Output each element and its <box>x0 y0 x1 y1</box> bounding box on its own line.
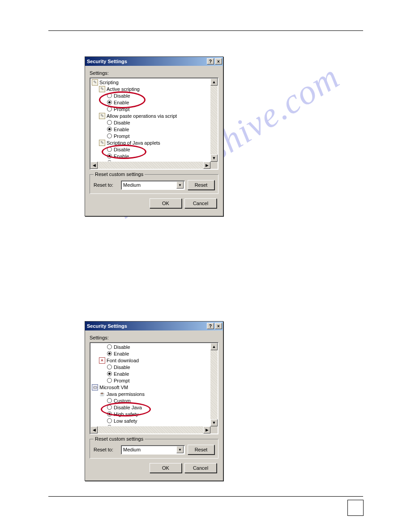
close-button[interactable]: × <box>215 323 222 329</box>
scroll-corner <box>210 426 218 433</box>
settings-tree: Disable Enable AFont download Disable En… <box>90 342 218 434</box>
radio-disable-java[interactable]: Disable Java <box>91 404 210 411</box>
group-label: Reset custom settings <box>94 436 145 442</box>
tree-node-java-permissions: ☕Java permissions <box>91 390 210 397</box>
radio-disable[interactable]: Disable <box>91 92 210 99</box>
radio-disable[interactable]: Disable <box>91 343 210 350</box>
horizontal-scrollbar[interactable]: ◀ ▶ <box>90 426 210 433</box>
scroll-down-icon[interactable]: ▼ <box>210 154 218 162</box>
radio-prompt[interactable]: Prompt <box>91 106 210 112</box>
security-settings-dialog-2: Security Settings ? × Settings: Disable … <box>85 321 223 481</box>
radio-low-safety[interactable]: Low safety <box>91 417 210 424</box>
radio-prompt[interactable]: Prompt <box>91 133 210 139</box>
cancel-button[interactable]: Cancel <box>184 198 217 208</box>
combo-value: Medium <box>123 182 176 188</box>
scroll-right-icon[interactable]: ▶ <box>203 426 210 433</box>
page-number-box <box>347 500 364 516</box>
script-icon: ✎ <box>99 86 105 92</box>
scroll-left-icon[interactable]: ◀ <box>90 162 98 169</box>
scroll-up-icon[interactable]: ▲ <box>210 78 218 86</box>
scroll-left-icon[interactable]: ◀ <box>90 426 98 433</box>
close-button[interactable]: × <box>215 58 222 64</box>
cancel-button[interactable]: Cancel <box>184 463 217 473</box>
page-bottom-rule <box>48 496 363 497</box>
reset-button[interactable]: Reset <box>188 445 214 455</box>
radio-disable[interactable]: Disable <box>91 364 210 370</box>
radio-medium-safety[interactable]: Medium safety <box>91 424 210 426</box>
script-icon: ✎ <box>92 79 98 86</box>
radio-enable[interactable]: Enable <box>91 153 210 159</box>
reset-custom-settings-group: Reset custom settings Reset to: Medium ▼… <box>90 174 218 194</box>
horizontal-scrollbar[interactable]: ◀ ▶ <box>90 162 210 169</box>
scroll-right-icon[interactable]: ▶ <box>203 162 210 169</box>
radio-prompt[interactable]: Prompt <box>91 159 210 161</box>
titlebar[interactable]: Security Settings ? × <box>85 57 223 66</box>
reset-to-combo[interactable]: Medium ▼ <box>121 180 185 190</box>
combo-value: Medium <box>123 447 176 452</box>
script-icon: ✎ <box>99 140 105 146</box>
vm-icon: ▭ <box>92 384 98 390</box>
scroll-down-icon[interactable]: ▼ <box>210 419 218 426</box>
scroll-corner <box>210 162 218 169</box>
chevron-down-icon[interactable]: ▼ <box>176 446 184 453</box>
titlebar[interactable]: Security Settings ? × <box>85 322 223 330</box>
group-label: Reset custom settings <box>94 172 145 177</box>
settings-label: Settings: <box>90 70 218 76</box>
page-top-rule <box>48 30 363 31</box>
tree-node-allow-paste: ✎Allow paste operations via script <box>91 112 210 119</box>
reset-custom-settings-group: Reset custom settings Reset to: Medium ▼… <box>90 439 218 459</box>
radio-disable[interactable]: Disable <box>91 119 210 126</box>
tree-node-java-applets: ✎Scripting of Java applets <box>91 139 210 146</box>
radio-enable[interactable]: Enable <box>91 370 210 377</box>
radio-custom[interactable]: Custom <box>91 397 210 404</box>
radio-high-safety[interactable]: High safety <box>91 411 210 417</box>
reset-button[interactable]: Reset <box>188 180 214 190</box>
dialog-title: Security Settings <box>87 59 127 64</box>
scroll-up-icon[interactable]: ▲ <box>210 343 218 350</box>
radio-enable[interactable]: Enable <box>91 126 210 133</box>
font-icon: A <box>99 357 105 364</box>
tree-node-microsoft-vm: ▭Microsoft VM <box>91 384 210 390</box>
radio-enable[interactable]: Enable <box>91 99 210 106</box>
vertical-scrollbar[interactable]: ▲ ▼ <box>210 78 218 162</box>
vertical-scrollbar[interactable]: ▲ ▼ <box>210 343 218 426</box>
tree-node-scripting: ✎Scripting <box>91 79 210 86</box>
help-button[interactable]: ? <box>207 323 214 329</box>
tree-node-font-download: AFont download <box>91 357 210 364</box>
reset-to-combo[interactable]: Medium ▼ <box>121 445 185 455</box>
tree-node-active-scripting: ✎Active scripting <box>91 86 210 92</box>
reset-to-label: Reset to: <box>94 182 118 188</box>
radio-prompt[interactable]: Prompt <box>91 377 210 384</box>
help-button[interactable]: ? <box>207 58 214 64</box>
ok-button[interactable]: OK <box>150 463 182 473</box>
radio-disable[interactable]: Disable <box>91 146 210 153</box>
dialog-title: Security Settings <box>87 323 127 329</box>
settings-tree: ✎Scripting ✎Active scripting Disable Ena… <box>90 77 218 170</box>
script-icon: ✎ <box>99 113 105 119</box>
chevron-down-icon[interactable]: ▼ <box>176 181 184 189</box>
reset-to-label: Reset to: <box>94 447 118 452</box>
ok-button[interactable]: OK <box>150 198 182 208</box>
java-icon: ☕ <box>99 391 105 397</box>
settings-label: Settings: <box>90 335 218 340</box>
security-settings-dialog-1: Security Settings ? × Settings: ✎Scripti… <box>85 56 223 216</box>
radio-enable[interactable]: Enable <box>91 350 210 357</box>
